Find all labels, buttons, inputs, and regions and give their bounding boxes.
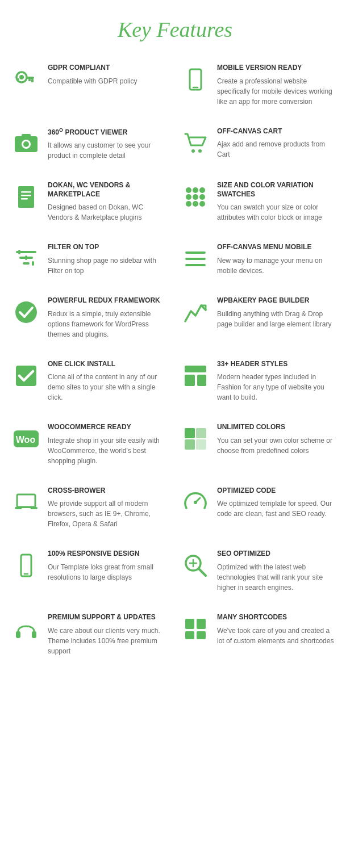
crossbrowser-icon <box>11 488 41 517</box>
360viewer-desc: It allows any customer to see your produ… <box>48 140 168 161</box>
support-text: PREMIUM SUPPORT & UPDATESWe care about o… <box>48 613 168 656</box>
redux-text: POWERFUL REDUX FRAMEWORKRedux is a simpl… <box>48 296 168 339</box>
offcanvas-menu-text: OFF-CANVAS MENU MOBILENew way to manage … <box>217 243 338 276</box>
svg-rect-52 <box>21 555 31 576</box>
feature-item-woocommerce: Woo WOOCOMMERCE READYIntegrate shop in y… <box>6 413 175 476</box>
gdpr-icon <box>11 65 41 94</box>
shortcodes-title: MANY SHORTCODES <box>217 613 338 622</box>
wpbakery-icon <box>181 297 210 327</box>
shortcodes-text: MANY SHORTCODESWe've took care of you an… <box>217 613 338 646</box>
crossbrowser-title: CROSS-BROWER <box>48 487 168 496</box>
feature-item-shortcodes: MANY SHORTCODESWe've took care of you an… <box>175 603 344 666</box>
feature-item-mobile: MOBILE VERSION READYCreate a professiona… <box>175 53 344 117</box>
svg-rect-34 <box>185 258 206 260</box>
svg-point-22 <box>193 194 198 200</box>
svg-rect-61 <box>197 619 206 629</box>
feature-item-filter: FILTER ON TOPStunning shop page no sideb… <box>6 233 175 286</box>
feature-item-wpbakery: WPBAKERY PAGE BUILDERBuilding anything w… <box>175 286 344 350</box>
redux-title: POWERFUL REDUX FRAMEWORK <box>48 296 168 305</box>
feature-item-oneclick: ONE CLICK INSTALLClone all of the conten… <box>6 350 175 413</box>
swatches-title: SIZE AND COLOR VARIATION SWATCHES <box>217 181 338 199</box>
responsive-text: 100% RESPONSIVE DESIGNOur Template loks … <box>48 550 168 582</box>
oneclick-text: ONE CLICK INSTALLClone all of the conten… <box>48 360 168 403</box>
svg-point-51 <box>194 501 197 504</box>
svg-rect-3 <box>31 79 34 82</box>
colors-icon <box>181 424 210 454</box>
redux-desc: Redux is a simple, truly extensible opti… <box>48 309 168 339</box>
offcanvas-cart-text: OFF-CANVAS CARTAjax add and remove produ… <box>217 127 338 160</box>
headers-title: 33+ HEADER STYLES <box>217 360 338 369</box>
optimized-desc: We optimized template for speed. Our cod… <box>217 498 338 519</box>
swatches-desc: You can swatch your size or color attrib… <box>217 202 338 223</box>
gdpr-desc: Compatible with GDPR policy <box>48 76 168 86</box>
mobile-text: MOBILE VERSION READYCreate a professiona… <box>217 64 338 107</box>
feature-item-headers: 33+ HEADER STYLESModern header types inc… <box>175 350 344 413</box>
feature-item-360viewer: 360o PRODUCT VIEWERIt allows any custome… <box>6 117 175 171</box>
svg-point-1 <box>19 75 24 79</box>
svg-rect-59 <box>32 631 36 638</box>
colors-title: UNLIMITED COLORS <box>217 423 338 432</box>
feature-item-optimized: OPTIMIZED CODEWe optimized template for … <box>175 476 344 540</box>
svg-rect-29 <box>23 262 30 265</box>
svg-point-13 <box>198 149 202 153</box>
svg-point-24 <box>186 201 191 207</box>
svg-rect-60 <box>185 619 194 629</box>
feature-item-support: PREMIUM SUPPORT & UPDATESWe care about o… <box>6 603 175 666</box>
svg-rect-40 <box>197 375 206 386</box>
dokan-icon <box>11 182 41 212</box>
svg-rect-35 <box>185 264 206 266</box>
woocommerce-title: WOOCOMMERCE READY <box>48 423 168 432</box>
svg-rect-33 <box>185 251 206 254</box>
optimized-icon <box>181 488 210 517</box>
filter-title: FILTER ON TOP <box>48 243 168 252</box>
gdpr-title: GDPR COMPLIANT <box>48 64 168 73</box>
support-desc: We care about our clients very much. The… <box>48 626 168 656</box>
feature-item-crossbrowser: CROSS-BROWERWe provide support all of mo… <box>6 476 175 540</box>
headers-desc: Modern header types included in Fashion … <box>217 372 338 402</box>
crossbrowser-text: CROSS-BROWERWe provide support all of mo… <box>48 487 168 530</box>
woocommerce-icon: Woo <box>11 424 41 454</box>
svg-rect-49 <box>22 508 31 509</box>
svg-rect-30 <box>18 250 20 254</box>
svg-rect-4 <box>28 79 31 81</box>
offcanvas-cart-desc: Ajax add and remove products from Cart <box>217 139 338 160</box>
offcanvas-cart-title: OFF-CANVAS CART <box>217 127 338 136</box>
svg-point-10 <box>23 141 29 147</box>
360viewer-text: 360o PRODUCT VIEWERIt allows any custome… <box>48 127 168 161</box>
offcanvas-menu-title: OFF-CANVAS MENU MOBILE <box>217 243 338 252</box>
filter-text: FILTER ON TOPStunning shop page no sideb… <box>48 243 168 276</box>
shortcodes-icon <box>181 614 210 644</box>
svg-point-19 <box>193 187 198 193</box>
crossbrowser-desc: We provide support all of modern browser… <box>48 498 168 529</box>
swatches-icon <box>181 182 210 212</box>
headers-icon <box>181 361 210 391</box>
page-title: Key Features <box>0 0 350 53</box>
filter-desc: Stunning shop page no sidebar with Filte… <box>48 255 168 276</box>
redux-icon <box>11 297 41 327</box>
dokan-text: DOKAN, WC VENDORS & MARKETPLACEDesigned … <box>48 181 168 223</box>
svg-point-23 <box>199 194 205 200</box>
svg-rect-46 <box>196 439 206 450</box>
shortcodes-desc: We've took care of you and created a lot… <box>217 626 338 646</box>
offcanvas-menu-desc: New way to manage your menu on mobile de… <box>217 255 338 276</box>
headers-text: 33+ HEADER STYLESModern header types inc… <box>217 360 338 403</box>
wpbakery-desc: Building anything with Drag & Drop page … <box>217 309 338 329</box>
oneclick-icon <box>11 361 41 391</box>
svg-rect-38 <box>185 366 206 372</box>
svg-rect-44 <box>196 428 206 438</box>
feature-item-colors: UNLIMITED COLORSYou can set your own col… <box>175 413 344 476</box>
oneclick-title: ONE CLICK INSTALL <box>48 360 168 369</box>
svg-rect-45 <box>185 439 195 450</box>
svg-rect-6 <box>190 69 201 90</box>
gdpr-text: GDPR COMPLIANTCompatible with GDPR polic… <box>48 64 168 86</box>
svg-rect-15 <box>21 191 31 193</box>
support-icon <box>11 614 41 644</box>
feature-item-gdpr: GDPR COMPLIANTCompatible with GDPR polic… <box>6 53 175 117</box>
svg-rect-58 <box>16 631 20 638</box>
filter-icon <box>11 244 41 274</box>
swatches-text: SIZE AND COLOR VARIATION SWATCHESYou can… <box>217 181 338 223</box>
features-grid: GDPR COMPLIANTCompatible with GDPR polic… <box>0 53 350 666</box>
mobile-title: MOBILE VERSION READY <box>217 64 338 73</box>
support-title: PREMIUM SUPPORT & UPDATES <box>48 613 168 622</box>
feature-item-seo: SEO OPTIMIZEDOptimized with the latest w… <box>175 539 344 603</box>
